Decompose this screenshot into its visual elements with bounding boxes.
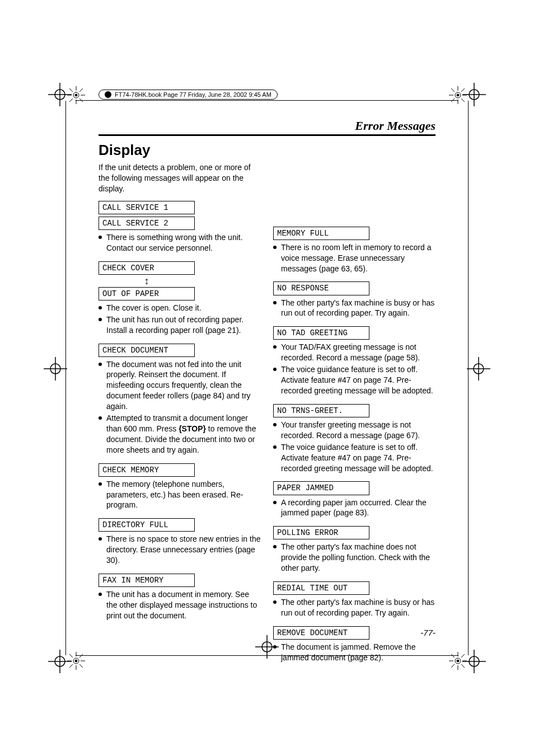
lcd-display-message: CALL SERVICE 1 [99,201,195,214]
lcd-display-message: CHECK DOCUMENT [99,344,195,357]
intro-paragraph: If the unit detects a problem, one or mo… [99,162,262,194]
up-down-arrow-icon: ↕ [99,276,195,286]
list-item: Your TAD/FAX greeting message is not rec… [273,342,435,363]
svg-line-29 [79,88,83,92]
svg-line-48 [79,664,83,668]
sunburst-icon [448,85,468,105]
book-header-text: FT74-78HK.book Page 77 Friday, June 28, … [115,91,271,98]
sunburst-icon [448,651,468,671]
list-item: The other party's fax machine is busy or… [273,597,435,618]
lcd-display-message: POLLING ERROR [273,526,369,539]
bullet-icon [105,91,111,98]
svg-line-39 [461,88,465,92]
list-item: The document is jammed. Remove the jamme… [273,642,435,663]
lcd-display-message: PAPER JAMMED [273,481,369,495]
bullet-list: The other party's fax machine does not p… [273,542,435,574]
section-rule [99,134,435,136]
list-item: There is something wrong with the unit. … [99,232,261,253]
svg-line-50 [69,664,73,668]
page: FT74-78HK.book Page 77 Friday, June 28, … [0,0,534,756]
bullet-list: The other party's fax machine is busy or… [273,298,435,319]
lcd-display-message: MEMORY FULL [273,227,369,240]
bullet-list: Your TAD/FAX greeting message is not rec… [273,342,435,396]
sunburst-icon [66,651,86,671]
list-item: The other party's fax machine is busy or… [273,298,435,319]
svg-line-47 [69,654,73,658]
list-item: The other party's fax machine does not p… [273,542,435,574]
bullet-list: The unit has a document in memory. See t… [99,589,261,621]
list-item: The unit has run out of recording paper.… [99,314,261,336]
left-column: CALL SERVICE 1CALL SERVICE 2There is som… [99,201,261,671]
right-column: MEMORY FULLThere is no room left in memo… [273,201,435,671]
bullet-list: A recording paper jam occurred. Clear th… [273,497,435,519]
list-item: There is no room left in memory to recor… [273,242,435,274]
svg-line-27 [69,88,73,92]
lcd-display-message: NO TRNS-GREET. [273,404,369,417]
svg-line-59 [461,654,465,658]
list-item: The cover is open. Close it. [99,303,261,313]
page-title: Display [99,142,435,159]
crop-mark-icon [467,357,490,381]
lcd-display-message: CALL SERVICE 2 [99,217,195,230]
list-item: Attempted to transmit a document longer … [99,413,261,456]
list-item: The unit has a document in memory. See t… [99,589,261,621]
lcd-display-message: CHECK COVER [99,261,195,275]
svg-point-42 [75,660,77,662]
list-item: Your transfer greeting message is not re… [273,420,435,441]
lcd-display-message: DIRECTORY FULL [99,518,195,532]
section-label: Error Messages [99,119,435,133]
bullet-list: There is something wrong with the unit. … [99,232,261,253]
bullet-list: Your transfer greeting message is not re… [273,420,435,473]
svg-point-22 [75,94,77,96]
lcd-display-message: NO RESPONSE [273,281,369,295]
svg-line-38 [461,98,465,102]
content: Error Messages Display If the unit detec… [99,119,435,671]
book-header: FT74-78HK.book Page 77 Friday, June 28, … [99,90,278,100]
page-number: -77- [420,628,435,637]
crop-line [468,101,469,655]
list-item: The voice guidance feature is set to off… [273,442,435,474]
lcd-display-message: NO TAD GREETING [273,326,369,340]
svg-line-30 [69,98,73,102]
lcd-display-message: OUT OF PAPER [99,287,195,300]
list-item: A recording paper jam occurred. Clear th… [273,497,435,519]
svg-line-49 [79,654,83,658]
svg-point-52 [457,660,459,662]
list-item: There is no space to store new entries i… [99,534,261,566]
svg-line-58 [461,664,465,668]
list-item: The memory (telephone numbers, parameter… [99,479,261,511]
bullet-list: The document is jammed. Remove the jamme… [273,642,435,663]
bullet-list: The cover is open. Close it.The unit has… [99,303,261,336]
lcd-display-message: REMOVE DOCUMENT [273,626,369,640]
sunburst-icon [66,85,86,105]
bullet-list: There is no room left in memory to recor… [273,242,435,274]
bullet-list: The other party's fax machine is busy or… [273,597,435,618]
svg-point-32 [457,94,459,96]
list-item: The document was not fed into the unit p… [99,359,261,412]
lcd-display-message: CHECK MEMORY [99,463,195,477]
svg-line-60 [451,664,455,668]
bullet-list: The document was not fed into the unit p… [99,359,261,456]
bullet-list: There is no space to store new entries i… [99,534,261,566]
list-item: The voice guidance feature is set to off… [273,364,435,396]
svg-line-57 [451,654,455,658]
lcd-display-message: FAX IN MEMORY [99,574,195,587]
crop-mark-icon [44,357,67,381]
stop-key-label: {STOP} [179,424,206,433]
lcd-display-message: REDIAL TIME OUT [273,581,369,595]
crop-line [76,100,458,101]
bullet-list: The memory (telephone numbers, parameter… [99,479,261,511]
crop-line [65,101,66,655]
svg-line-37 [451,88,455,92]
